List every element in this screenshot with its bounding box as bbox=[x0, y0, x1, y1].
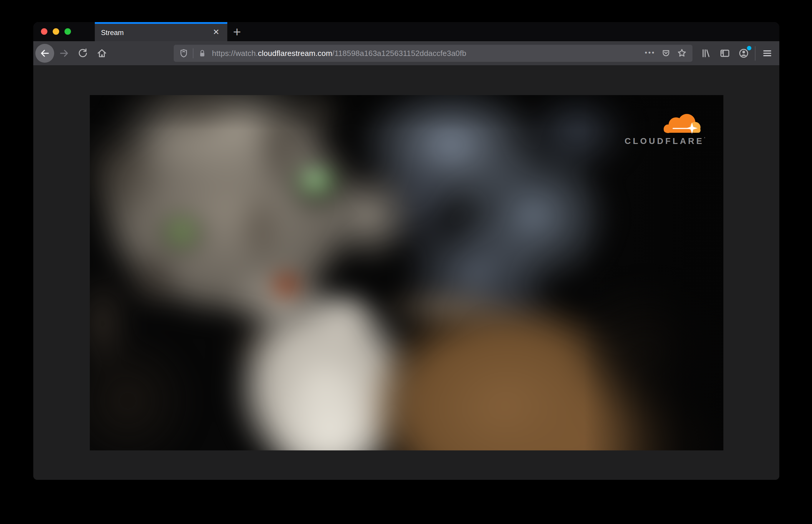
forward-arrow-icon bbox=[58, 47, 70, 59]
video-player[interactable]: CLOUDFLARE’ bbox=[90, 95, 724, 451]
url-path: /118598a163a125631152ddaccfe3a0fb bbox=[332, 49, 466, 58]
home-icon bbox=[96, 47, 108, 59]
reload-button[interactable] bbox=[76, 47, 89, 60]
zoom-window-button[interactable] bbox=[64, 28, 71, 35]
tab-bar: Stream ✕ + bbox=[33, 22, 779, 41]
address-bar-divider bbox=[193, 48, 193, 58]
browser-window: Stream ✕ + bbox=[33, 22, 779, 480]
cloudflare-watermark: CLOUDFLARE’ bbox=[608, 112, 705, 146]
toolbar-separator bbox=[755, 46, 756, 61]
url-domain: cloudflarestream.com bbox=[258, 49, 332, 58]
home-button[interactable] bbox=[95, 47, 108, 60]
address-bar[interactable]: https://watch.cloudflarestream.com/11859… bbox=[174, 45, 693, 62]
sidebar-icon[interactable] bbox=[718, 47, 731, 60]
account-notification-dot bbox=[747, 46, 751, 50]
https-lock-icon[interactable] bbox=[197, 48, 207, 58]
cloudflare-wordmark: CLOUDFLARE’ bbox=[625, 136, 705, 146]
close-window-button[interactable] bbox=[41, 28, 47, 35]
hamburger-menu-icon[interactable] bbox=[761, 47, 774, 60]
page-actions-icon[interactable]: ••• bbox=[644, 47, 656, 60]
library-icon[interactable] bbox=[700, 47, 713, 60]
tracking-protection-shield-icon[interactable] bbox=[178, 48, 189, 59]
video-vignette bbox=[90, 95, 724, 451]
trademark-mark: ’ bbox=[704, 136, 705, 141]
navigation-toolbar: https://watch.cloudflarestream.com/11859… bbox=[33, 41, 779, 66]
back-button[interactable] bbox=[35, 44, 54, 63]
url-text[interactable]: https://watch.cloudflarestream.com/11859… bbox=[212, 49, 466, 58]
bookmark-star-icon[interactable] bbox=[676, 47, 688, 60]
tab-close-icon[interactable]: ✕ bbox=[210, 26, 222, 38]
reload-icon bbox=[77, 47, 88, 59]
forward-button[interactable] bbox=[58, 47, 71, 60]
account-icon[interactable] bbox=[737, 47, 750, 60]
pocket-icon[interactable] bbox=[660, 47, 672, 60]
new-tab-button[interactable]: + bbox=[230, 24, 244, 39]
tab-stream[interactable]: Stream ✕ bbox=[95, 22, 227, 41]
window-controls bbox=[33, 22, 92, 41]
tab-title: Stream bbox=[101, 22, 124, 41]
cloudflare-cloud-logo-icon bbox=[658, 112, 704, 134]
url-prefix: https://watch. bbox=[212, 49, 258, 58]
minimize-window-button[interactable] bbox=[53, 28, 59, 35]
back-arrow-icon bbox=[39, 47, 51, 59]
